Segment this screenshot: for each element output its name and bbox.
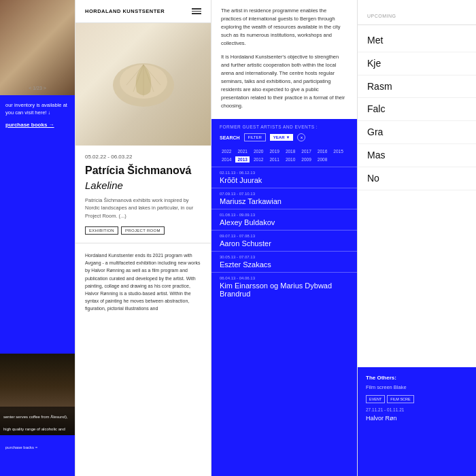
tag-exhibition[interactable]: EXHIBITION	[85, 226, 118, 235]
year-tag-2019[interactable]: 2019	[267, 148, 281, 154]
guest-name[interactable]: Mariusz Tarkawian	[220, 197, 349, 205]
upcoming-item[interactable]: Rasm	[358, 75, 476, 99]
guest-item: 30.05.13 - 07.07.13Eszter Szakacs	[211, 251, 357, 272]
year-tag-2011[interactable]: 2011	[267, 156, 281, 163]
main-layout: < 1/23 > our inventory is available at y…	[0, 0, 476, 476]
menu-line-3	[192, 13, 201, 14]
year-tag-2022[interactable]: 2022	[220, 148, 233, 154]
shell-svg	[109, 54, 177, 109]
upcoming-item[interactable]: Gra	[358, 121, 476, 144]
guest-name[interactable]: Aaron Schuster	[220, 239, 349, 248]
tag-project-room[interactable]: PROJECT ROOM	[121, 226, 165, 235]
guest-date: 07.09.13 - 07.10.13	[220, 192, 349, 196]
left-column: < 1/23 > our inventory is available at y…	[0, 0, 75, 476]
food-overlay: senter serves coffee from Ålesund), high…	[0, 407, 75, 435]
guest-item: 06.04.13 - 04.06.13Kim Einarsson og Mari…	[211, 272, 357, 301]
guest-item: 02.11.13 - 06.12.13Krõõt Juurak	[211, 167, 357, 188]
year-tag-2010[interactable]: 2010	[284, 156, 297, 163]
right-tag-event[interactable]: EVENT	[366, 395, 385, 403]
year-tag-2015[interactable]: 2015	[331, 148, 345, 154]
kunstsenter-title: HORDALAND KUNSTSENTER	[85, 8, 165, 14]
upcoming-name: Mas	[367, 150, 466, 161]
exhibition-info: 05.02.22 - 06.03.22 Patrícia Šichmanová …	[75, 146, 211, 243]
upcoming-name: Rasm	[367, 81, 466, 92]
left-top-image-area: < 1/23 >	[0, 0, 75, 95]
year-tag-2008[interactable]: 2008	[316, 156, 329, 163]
guest-artists-list: 02.11.13 - 06.12.13Krõõt Juurak07.09.13 …	[211, 167, 357, 476]
upcoming-item[interactable]: Falc	[358, 98, 476, 121]
upcoming-name: Gra	[367, 126, 466, 138]
upcoming-item[interactable]: Mas	[358, 144, 476, 167]
upcoming-label: UPCOMING	[367, 14, 396, 18]
menu-line-2	[192, 11, 201, 12]
upcoming-name: Kje	[367, 58, 466, 69]
right-blue-title: The Others:	[366, 374, 468, 381]
year-tag-2012[interactable]: 2012	[252, 156, 265, 163]
guest-section-title: FORMER GUEST ARTISTS AND EVENTS :	[220, 124, 349, 129]
upcoming-list: MetKjeRasmFalcGraMasNo	[358, 25, 476, 367]
exhibition-image	[75, 23, 211, 146]
guest-date: 30.05.13 - 07.07.13	[220, 255, 349, 259]
guest-item: 09.07.13 - 07.08.13Aaron Schuster	[211, 230, 357, 251]
search-label: SEARCH	[220, 135, 240, 140]
right-tag-film[interactable]: FILM SCRE	[387, 395, 413, 403]
exhibition-artist: Patrícia Šichmanová	[85, 164, 201, 177]
guest-name[interactable]: Eszter Szakacs	[220, 260, 349, 269]
year-tag-2013[interactable]: 2013	[235, 156, 249, 163]
purchase-link[interactable]: purchase books →	[5, 122, 69, 128]
upcoming-column: UPCOMING MetKjeRasmFalcGraMasNo The Othe…	[357, 0, 476, 476]
inventory-text: our inventory is available at you can vi…	[5, 102, 69, 116]
upcoming-item[interactable]: No	[358, 167, 476, 190]
image-nav[interactable]: < 1/23 >	[23, 83, 52, 92]
right-blue-subtitle: Film screen Blake	[366, 384, 468, 391]
description-panel: The artist in residence programme enable…	[211, 0, 357, 119]
year-tags-row: 2022202120202019201820172016201520142013…	[211, 148, 357, 167]
right-blue-artist: Halvor Røn	[366, 415, 468, 422]
guest-date: 02.11.13 - 06.12.13	[220, 171, 349, 175]
guest-name[interactable]: Krõõt Juurak	[220, 176, 349, 184]
description-guest-column: The artist in residence programme enable…	[211, 0, 357, 476]
filter-button[interactable]: FILTER	[244, 133, 266, 141]
exhibition-description: Patrícia Šichmanová exhibits work inspir…	[85, 197, 201, 220]
upcoming-item[interactable]: Met	[358, 29, 476, 52]
guest-date: 01.08.13 - 09.09.13	[220, 213, 349, 217]
exhibition-date: 05.02.22 - 06.03.22	[85, 154, 201, 160]
program-text: Hordaland Kunstsenter ends its 2021 prog…	[75, 243, 211, 476]
year-tag-2014[interactable]: 2014	[220, 156, 233, 163]
description-content: The artist in residence programme enable…	[221, 7, 347, 110]
guest-item: 01.08.13 - 09.09.13Alexey Buldakov	[211, 209, 357, 230]
exhibition-tags: EXHIBITION PROJECT ROOM	[85, 226, 201, 235]
year-tag-2018[interactable]: 2018	[284, 148, 297, 154]
food-image: senter serves coffee from Ålesund), high…	[0, 354, 75, 435]
upcoming-item[interactable]: Kje	[358, 52, 476, 75]
year-tag-2020[interactable]: 2020	[252, 148, 265, 154]
left-bottom-blue: purchase backs =	[0, 435, 75, 476]
guest-name[interactable]: Kim Einarsson og Marius Dybwad Brandrud	[220, 282, 349, 298]
guest-item: 07.09.13 - 07.10.13Mariusz Tarkawian	[211, 188, 357, 209]
year-tag-2016[interactable]: 2016	[316, 148, 329, 154]
upcoming-header: UPCOMING	[358, 0, 476, 25]
guest-name[interactable]: Alexey Buldakov	[220, 218, 349, 226]
right-blue-dates: 27.11.21 - 01.11.21	[366, 407, 468, 412]
kunstsenter-column: HORDALAND KUNSTSENTER 05.02.22 - 06.03.2…	[75, 0, 211, 476]
exhibition-title: Lakeline	[85, 180, 201, 191]
upcoming-name: No	[367, 173, 466, 184]
kunstsenter-header: HORDALAND KUNSTSENTER	[75, 0, 211, 23]
year-tag-2017[interactable]: 2017	[299, 148, 313, 154]
menu-line-1	[192, 8, 201, 10]
upcoming-name: Falc	[367, 103, 466, 115]
guest-header: FORMER GUEST ARTISTS AND EVENTS : SEARCH…	[211, 119, 357, 148]
guest-date: 06.04.13 - 04.06.13	[220, 276, 349, 280]
right-blue-tags: EVENT FILM SCRE	[366, 395, 468, 403]
year-button[interactable]: YEAR ▼	[270, 134, 294, 141]
left-blue-section: our inventory is available at you can vi…	[0, 95, 75, 354]
close-filter-button[interactable]: ×	[297, 133, 305, 141]
chevron-down-icon: ▼	[286, 135, 290, 139]
guest-date: 09.07.13 - 07.08.13	[220, 234, 349, 238]
upcoming-name: Met	[367, 35, 466, 46]
year-tag-2021[interactable]: 2021	[235, 148, 249, 154]
description-para1: The artist in residence programme enable…	[221, 7, 347, 48]
right-blue-section: The Others: Film screen Blake EVENT FILM…	[358, 367, 476, 476]
year-tag-2009[interactable]: 2009	[299, 156, 313, 163]
menu-button[interactable]	[192, 8, 201, 14]
